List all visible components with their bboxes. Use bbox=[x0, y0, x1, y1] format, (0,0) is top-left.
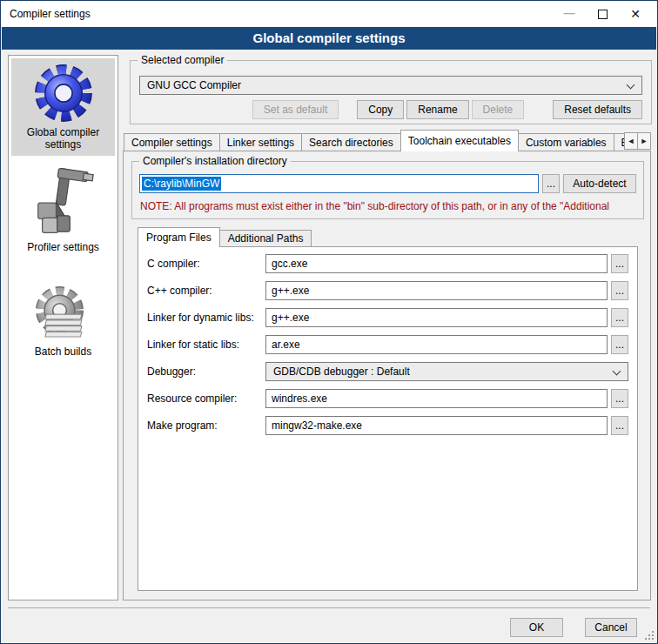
form-row-make-program: Make program: ... bbox=[147, 416, 628, 435]
settings-category-sidebar: Global compiler settings Profiler settin… bbox=[8, 55, 118, 600]
window-controls: — ✕ bbox=[553, 1, 652, 27]
tab-scroll-right-icon[interactable]: ► bbox=[637, 132, 651, 150]
tab-toolchain-executables[interactable]: Toolchain executables bbox=[400, 130, 519, 151]
resize-grip[interactable] bbox=[645, 631, 654, 640]
copy-button[interactable]: Copy bbox=[357, 100, 404, 119]
dynamic-linker-input[interactable] bbox=[265, 308, 608, 327]
main-panel: Selected compiler GNU GCC Compiler Set a… bbox=[123, 55, 652, 600]
minimize-icon: — bbox=[564, 6, 575, 19]
installation-directory-row: C:\raylib\MinGW ... Auto-detect bbox=[139, 174, 636, 193]
settings-tabstrip: Compiler settings Linker settings Search… bbox=[124, 130, 651, 151]
static-linker-browse-button[interactable]: ... bbox=[611, 335, 628, 354]
tab-search-directories[interactable]: Search directories bbox=[301, 133, 401, 151]
directory-browse-button[interactable]: ... bbox=[542, 174, 560, 193]
tab-compiler-settings[interactable]: Compiler settings bbox=[124, 133, 220, 151]
resource-compiler-input[interactable] bbox=[265, 389, 608, 408]
cpp-compiler-input[interactable] bbox=[265, 281, 608, 300]
compiler-select-value: GNU GCC Compiler bbox=[147, 79, 241, 91]
installation-directory-group: Compiler's installation directory C:\ray… bbox=[131, 161, 644, 219]
minimize-button[interactable]: — bbox=[553, 1, 586, 27]
field-label: Debugger: bbox=[147, 366, 265, 378]
form-row-c-compiler: C compiler: ... bbox=[147, 254, 628, 273]
installation-directory-legend: Compiler's installation directory bbox=[139, 155, 291, 167]
make-program-browse-button[interactable]: ... bbox=[611, 416, 628, 435]
cpp-compiler-browse-button[interactable]: ... bbox=[611, 281, 628, 300]
field-label: Linker for dynamic libs: bbox=[147, 312, 265, 324]
c-compiler-browse-button[interactable]: ... bbox=[611, 254, 628, 273]
auto-detect-button[interactable]: Auto-detect bbox=[563, 174, 636, 193]
sidebar-item-label: Profiler settings bbox=[27, 241, 99, 253]
compiler-actions: Set as default Copy Rename Delete Reset … bbox=[252, 100, 642, 119]
form-row-cpp-compiler: C++ compiler: ... bbox=[147, 281, 628, 300]
maximize-icon bbox=[598, 10, 608, 19]
static-linker-input[interactable] bbox=[265, 335, 608, 354]
installation-directory-value: C:\raylib\MinGW bbox=[142, 177, 221, 191]
form-row-debugger: Debugger: GDB/CDB debugger : Default bbox=[147, 362, 628, 381]
compiler-settings-dialog: Compiler settings — ✕ Global compiler se… bbox=[0, 0, 658, 644]
maximize-button[interactable] bbox=[586, 1, 619, 27]
page-title: Global compiler settings bbox=[2, 27, 656, 50]
ok-button[interactable]: OK bbox=[510, 618, 563, 637]
blue-gear-icon bbox=[34, 64, 93, 123]
chevron-down-icon bbox=[627, 81, 635, 90]
field-label: C compiler: bbox=[147, 258, 265, 270]
gear-with-sheets-icon bbox=[32, 285, 95, 342]
field-label: Make program: bbox=[147, 419, 265, 432]
form-row-dynamic-linker: Linker for dynamic libs: ... bbox=[147, 308, 628, 327]
sidebar-item-label: Global compiler settings bbox=[13, 126, 113, 151]
selected-compiler-group: Selected compiler GNU GCC Compiler Set a… bbox=[130, 60, 652, 124]
chevron-down-icon bbox=[613, 367, 621, 376]
delete-button[interactable]: Delete bbox=[472, 100, 525, 119]
program-files-tabstrip: Program Files Additional Paths bbox=[138, 227, 312, 247]
sidebar-item-batch-builds[interactable]: Batch builds bbox=[11, 279, 115, 363]
sidebar-item-label: Batch builds bbox=[35, 345, 91, 358]
debugger-select-value: GDB/CDB debugger : Default bbox=[273, 366, 410, 378]
compiler-select[interactable]: GNU GCC Compiler bbox=[139, 76, 642, 95]
reset-defaults-button[interactable]: Reset defaults bbox=[553, 100, 642, 119]
sidebar-item-global-compiler-settings[interactable]: Global compiler settings bbox=[11, 58, 115, 156]
sidebar-item-profiler-settings[interactable]: Profiler settings bbox=[11, 161, 115, 258]
rename-button[interactable]: Rename bbox=[406, 100, 468, 119]
tab-program-files[interactable]: Program Files bbox=[138, 227, 220, 247]
close-icon: ✕ bbox=[630, 7, 641, 21]
tab-custom-variables[interactable]: Custom variables bbox=[518, 133, 614, 151]
dynamic-linker-browse-button[interactable]: ... bbox=[611, 308, 628, 327]
caliper-tool-icon bbox=[30, 166, 97, 238]
set-as-default-button[interactable]: Set as default bbox=[252, 100, 339, 119]
tab-scroll-buttons: ◄ ► bbox=[624, 132, 651, 150]
field-label: Linker for static libs: bbox=[147, 339, 265, 351]
installation-directory-input[interactable]: C:\raylib\MinGW bbox=[139, 174, 539, 193]
c-compiler-input[interactable] bbox=[265, 254, 608, 273]
form-row-resource-compiler: Resource compiler: ... bbox=[147, 389, 628, 408]
resource-compiler-browse-button[interactable]: ... bbox=[611, 389, 628, 408]
form-row-static-linker: Linker for static libs: ... bbox=[147, 335, 628, 354]
field-label: C++ compiler: bbox=[147, 285, 265, 297]
cancel-button[interactable]: Cancel bbox=[585, 618, 637, 637]
debugger-select[interactable]: GDB/CDB debugger : Default bbox=[265, 362, 628, 381]
close-button[interactable]: ✕ bbox=[619, 1, 652, 27]
tabs-container: Compiler settings Linker settings Search… bbox=[124, 130, 651, 151]
footer-divider bbox=[8, 607, 650, 608]
field-label: Resource compiler: bbox=[147, 392, 265, 405]
titlebar[interactable]: Compiler settings — ✕ bbox=[1, 1, 657, 27]
tab-linker-settings[interactable]: Linker settings bbox=[219, 133, 302, 151]
tab-additional-paths[interactable]: Additional Paths bbox=[219, 230, 312, 247]
tab-scroll-left-icon[interactable]: ◄ bbox=[624, 132, 638, 150]
directory-note: NOTE: All programs must exist either in … bbox=[140, 200, 641, 212]
toolchain-executables-page: Compiler's installation directory C:\ray… bbox=[123, 151, 651, 600]
selected-compiler-legend: Selected compiler bbox=[138, 54, 227, 66]
make-program-input[interactable] bbox=[265, 416, 608, 435]
window-title: Compiler settings bbox=[10, 8, 91, 20]
program-files-page: C compiler: ... C++ compiler: ... Linker… bbox=[138, 246, 638, 591]
